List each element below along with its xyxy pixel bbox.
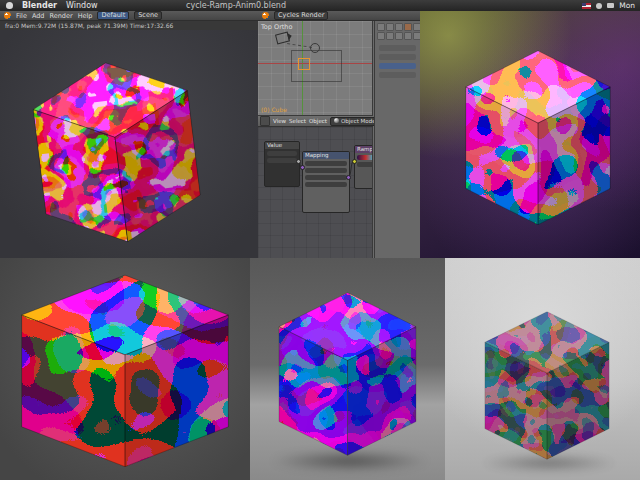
mode-select[interactable]: Object Mode <box>330 117 380 126</box>
node-value[interactable]: Value <box>264 141 300 187</box>
node-title: Mapping <box>303 152 349 159</box>
node-row[interactable] <box>305 175 347 180</box>
menu-window[interactable]: Window <box>66 1 98 10</box>
color-ramp-strip[interactable] <box>357 155 373 160</box>
menu-add[interactable]: Add <box>32 12 45 20</box>
node-row[interactable] <box>357 162 373 167</box>
particles-tab-icon[interactable] <box>404 32 412 40</box>
active-object-label: (0) Cube <box>261 106 287 113</box>
render-final <box>420 11 640 258</box>
node-row[interactable] <box>267 158 297 163</box>
blender-logo-icon[interactable] <box>4 12 11 19</box>
render-tab-icon[interactable] <box>377 23 385 31</box>
data-tab-icon[interactable] <box>377 32 385 40</box>
node-row[interactable] <box>305 168 347 173</box>
node-ramp[interactable]: Ramp <box>354 145 373 189</box>
info-header-2: Cycles Render <box>258 11 420 21</box>
macos-menubar: Blender Window cycle-Ramp-Anim0.blend Mo… <box>0 0 640 11</box>
menu-view[interactable]: View <box>273 118 286 124</box>
viewport-header: View Select Object Object Mode <box>258 115 373 127</box>
3d-viewport[interactable] <box>0 30 258 258</box>
screen: Blender Window cycle-Ramp-Anim0.blend Mo… <box>0 0 640 480</box>
node-editor[interactable]: Value Mapping Ramp <box>258 127 373 258</box>
selected-cube-outline[interactable] <box>298 58 310 70</box>
volume-icon[interactable] <box>596 3 602 9</box>
blender-window-2: Cycles Render Top Ortho (0) Cube View Se… <box>258 11 420 258</box>
menu-select[interactable]: Select <box>289 118 306 124</box>
input-flag-icon[interactable] <box>582 3 591 9</box>
viewport-cube <box>12 37 221 258</box>
battery-icon[interactable] <box>607 3 614 8</box>
panel-row[interactable] <box>379 72 416 78</box>
panel-button[interactable] <box>379 63 416 69</box>
render-cube-1 <box>2 260 248 478</box>
clock-day[interactable]: Mon <box>619 1 635 10</box>
render-3 <box>445 258 640 480</box>
empty-object[interactable] <box>310 43 320 53</box>
panel-row[interactable] <box>379 45 416 51</box>
render-cube-main <box>452 37 624 235</box>
node-row[interactable] <box>267 151 297 156</box>
blender-window-1: File Add Render Help Default Scene fra:0… <box>0 11 258 258</box>
node-row[interactable] <box>305 161 347 166</box>
mode-label: Object Mode <box>341 118 376 124</box>
node-mapping[interactable]: Mapping <box>302 151 350 213</box>
node-title: Value <box>265 142 299 149</box>
material-tab-icon[interactable] <box>386 32 394 40</box>
render-2 <box>250 258 445 480</box>
menu-render[interactable]: Render <box>49 12 72 20</box>
constraint-dashed-line <box>287 43 312 48</box>
apple-menu-icon[interactable] <box>6 2 13 9</box>
node-row[interactable] <box>305 182 347 187</box>
render-1 <box>0 258 250 480</box>
viewport-label: Top Ortho <box>261 23 292 31</box>
properties-tab-icons <box>375 21 420 42</box>
blender-logo-icon[interactable] <box>262 12 269 19</box>
app-menu[interactable]: Blender <box>22 1 57 10</box>
modifier-tab-icon[interactable] <box>413 23 420 31</box>
panel-row[interactable] <box>379 54 416 60</box>
scene-select[interactable]: Scene <box>134 11 162 20</box>
world-tab-icon[interactable] <box>395 23 403 31</box>
mode-sphere-icon <box>334 118 339 123</box>
info-header: File Add Render Help Default Scene <box>0 11 258 21</box>
menu-help[interactable]: Help <box>78 12 93 20</box>
window-title: cycle-Ramp-Anim0.blend <box>186 1 286 10</box>
menu-file[interactable]: File <box>16 12 27 20</box>
socket-color[interactable] <box>352 159 357 164</box>
menubar-status: Mon <box>582 0 635 11</box>
socket-vector[interactable] <box>300 165 305 170</box>
scene-tab-icon[interactable] <box>386 23 394 31</box>
render-cube-3 <box>473 300 621 468</box>
top-ortho-viewport[interactable]: Top Ortho (0) Cube <box>258 21 373 115</box>
editor-type-icon[interactable] <box>260 116 270 126</box>
render-engine-select[interactable]: Cycles Render <box>274 11 328 20</box>
menu-object[interactable]: Object <box>309 118 327 124</box>
stats-text: fra:0 Mem:9.72M (15.87M, peak 71.39M) Ti… <box>5 22 173 29</box>
render-cube-2 <box>266 280 429 465</box>
object-tab-icon[interactable] <box>404 23 412 31</box>
physics-tab-icon[interactable] <box>413 32 420 40</box>
node-title: Ramp <box>355 146 373 153</box>
socket-vector[interactable] <box>346 175 351 180</box>
screen-layout-select[interactable]: Default <box>97 11 129 20</box>
socket-gray[interactable] <box>296 159 301 164</box>
texture-tab-icon[interactable] <box>395 32 403 40</box>
properties-panel[interactable] <box>374 21 420 258</box>
